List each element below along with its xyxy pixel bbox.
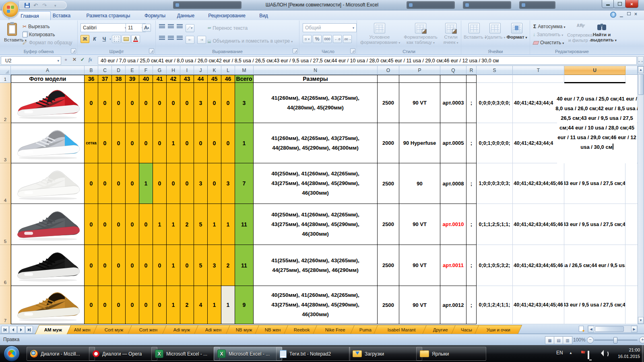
column-header-J[interactable]: J bbox=[194, 66, 208, 75]
column-header-D[interactable]: D bbox=[112, 66, 126, 75]
cell-P6[interactable]: 90 VT bbox=[399, 245, 440, 286]
cell-T7[interactable]: 40;41;42;43;44;45;46 bbox=[513, 286, 564, 324]
cell-T3[interactable]: 40;41;42;43;44;4 bbox=[513, 123, 564, 163]
cell-G5[interactable]: 1 bbox=[153, 204, 167, 245]
cell-S4[interactable]: 1;0;0;0;3;0;3; bbox=[477, 163, 513, 204]
cell-S3[interactable]: 0;0;1;0;0;0;0; bbox=[477, 123, 513, 163]
cell-R3[interactable]: ; bbox=[466, 123, 477, 163]
cell-T4[interactable]: 40;41;42;43;44;45;46 bbox=[513, 163, 564, 204]
cell-C7[interactable]: 0 bbox=[98, 286, 112, 324]
cell-L3[interactable]: 0 bbox=[221, 123, 235, 163]
column-header-U[interactable]: U bbox=[564, 66, 625, 75]
cell-T5[interactable]: 40;41;42;43;44;45;46 bbox=[513, 204, 564, 245]
autosum-button[interactable]: ΣАвтосумма bbox=[533, 24, 565, 29]
column-header-P[interactable]: P bbox=[399, 66, 440, 75]
cell-E7[interactable]: 0 bbox=[126, 286, 139, 324]
cell-Q1[interactable] bbox=[440, 75, 466, 83]
cell-F6[interactable]: 0 bbox=[139, 245, 153, 286]
row-header-4[interactable]: 4 bbox=[0, 163, 11, 204]
align-bottom-icon[interactable] bbox=[177, 24, 183, 29]
cell-J5[interactable]: 5 bbox=[194, 204, 208, 245]
column-header-N[interactable]: N bbox=[254, 66, 378, 75]
insert-cells-button[interactable]: Вставить bbox=[464, 23, 485, 40]
cell-K4[interactable]: 0 bbox=[208, 163, 221, 204]
cell-K7[interactable]: 1 bbox=[208, 286, 221, 324]
language-indicator[interactable]: EN bbox=[556, 350, 563, 356]
cell-I5[interactable]: 2 bbox=[180, 204, 194, 245]
zoom-out-icon[interactable]: − bbox=[587, 337, 594, 343]
align-right-icon[interactable] bbox=[177, 36, 183, 40]
cell-R7[interactable]: ; bbox=[466, 286, 477, 324]
insert-worksheet-icon[interactable]: ✦ bbox=[578, 326, 584, 332]
cell-U5[interactable]: ;43 eur / 9,5 usa / 27,5 см;44 bbox=[564, 204, 625, 245]
cell-S1[interactable] bbox=[477, 75, 513, 83]
cell-M1[interactable]: Всего bbox=[235, 75, 254, 83]
page-layout-view-icon[interactable]: ▤ bbox=[554, 336, 564, 344]
cell-Q4[interactable]: арт.0008 bbox=[440, 163, 466, 204]
cell-L1[interactable]: 46 bbox=[221, 75, 235, 83]
page-break-view-icon[interactable]: ▥ bbox=[563, 336, 572, 344]
cell-J3[interactable]: 0 bbox=[194, 123, 208, 163]
cell-O1[interactable] bbox=[378, 75, 399, 83]
decrease-decimal-icon[interactable]: .00→ bbox=[343, 35, 352, 43]
align-top-icon[interactable] bbox=[159, 24, 165, 29]
format-as-table-button[interactable]: Форматировать как таблицу bbox=[400, 23, 441, 45]
cell-styles-button[interactable]: Стили ячеек bbox=[442, 23, 460, 45]
cell-E6[interactable]: 0 bbox=[126, 245, 139, 286]
cell-H1[interactable]: 42 bbox=[167, 75, 180, 83]
prev-sheet-icon[interactable] bbox=[9, 326, 17, 333]
next-sheet-icon[interactable] bbox=[17, 326, 25, 333]
cell-N6[interactable]: 41(255мм), 42(260мм), 43(265мм), 44(275м… bbox=[254, 245, 378, 286]
cell-A6[interactable] bbox=[11, 245, 85, 286]
zoom-level[interactable]: 100% bbox=[573, 337, 586, 343]
cell-D1[interactable]: 38 bbox=[112, 75, 126, 83]
cell-S7[interactable]: 0;0;1;2;4;1;1; bbox=[477, 286, 513, 324]
network-icon[interactable] bbox=[588, 351, 589, 359]
cell-J2[interactable]: 3 bbox=[194, 83, 208, 123]
column-header-K[interactable]: K bbox=[208, 66, 221, 75]
cell-I1[interactable]: 43 bbox=[180, 75, 194, 83]
cell-N3[interactable]: 41(260мм), 42(265мм), 43(275мм), 44(280м… bbox=[254, 123, 378, 163]
align-left-icon[interactable] bbox=[159, 36, 165, 40]
cell-H3[interactable]: 1 bbox=[167, 123, 180, 163]
save-icon[interactable] bbox=[25, 3, 30, 8]
delete-cells-button[interactable]: Удалить bbox=[485, 23, 506, 40]
horizontal-scrollbar[interactable]: ◀ ▶ bbox=[588, 325, 638, 333]
help-icon[interactable]: ? bbox=[610, 12, 616, 18]
cell-O2[interactable]: 2500 bbox=[378, 83, 399, 123]
cell-B6[interactable]: 0 bbox=[85, 245, 98, 286]
fill-button[interactable]: ⤓Заполнить bbox=[533, 32, 563, 37]
cell-P5[interactable]: 90 VT bbox=[399, 204, 440, 245]
cell-N4[interactable]: 40(250мм), 41(260мм), 42(265мм), 43(275м… bbox=[254, 163, 378, 204]
fill-color-icon[interactable] bbox=[122, 35, 130, 43]
cell-C1[interactable]: 37 bbox=[98, 75, 112, 83]
taskbar-button-5[interactable]: Теги.txt - Notepad2 bbox=[276, 347, 350, 361]
cell-K3[interactable]: 0 bbox=[208, 123, 221, 163]
clipboard-dialog-launcher-icon[interactable] bbox=[71, 48, 76, 53]
cell-U6[interactable]: usa / 26,5 см;44 eur / 9,5 usa / bbox=[564, 245, 625, 286]
qat-dropdown-icon[interactable]: ▾ bbox=[54, 4, 56, 8]
column-header-F[interactable]: F bbox=[139, 66, 153, 75]
cell-D4[interactable]: 0 bbox=[112, 163, 126, 204]
taskbar-button-7[interactable]: Ярлыки bbox=[416, 347, 486, 361]
cell-D7[interactable]: 0 bbox=[112, 286, 126, 324]
sheet-tab-12[interactable]: Isabel Marant bbox=[374, 325, 429, 334]
tray-expand-icon[interactable]: ▲ bbox=[569, 351, 572, 355]
taskbar-button-6[interactable]: Загрузки bbox=[349, 347, 422, 361]
cell-G7[interactable]: 0 bbox=[153, 286, 167, 324]
row-header-2[interactable]: 2 bbox=[0, 83, 11, 123]
cell-K6[interactable]: 3 bbox=[208, 245, 221, 286]
vertical-scrollbar[interactable]: ▲ ▼ bbox=[638, 66, 644, 324]
ribbon-tab-6[interactable]: Вид bbox=[249, 11, 279, 20]
cell-L2[interactable]: 0 bbox=[221, 83, 235, 123]
cell-T6[interactable]: 40;41;42;43;44;45;46 bbox=[513, 245, 564, 286]
cell-A3[interactable] bbox=[11, 123, 85, 163]
cell-L7[interactable]: 1 bbox=[221, 286, 235, 324]
bold-button[interactable]: Ж bbox=[80, 35, 89, 43]
horizontal-scroll-thumb[interactable] bbox=[595, 326, 624, 332]
format-cells-button[interactable]: Формат bbox=[506, 23, 527, 40]
cell-I4[interactable]: 0 bbox=[180, 163, 194, 204]
cell-J1[interactable]: 44 bbox=[194, 75, 208, 83]
cell-I3[interactable]: 0 bbox=[180, 123, 194, 163]
cell-D3[interactable]: 0 bbox=[112, 123, 126, 163]
